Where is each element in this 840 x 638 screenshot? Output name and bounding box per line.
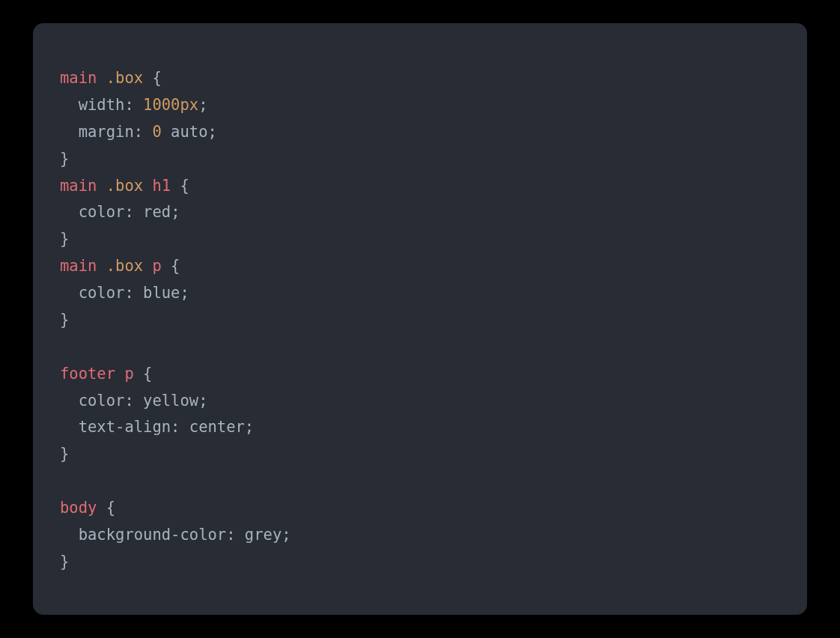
code-token: main — [60, 257, 97, 275]
code-token: ; — [198, 392, 207, 410]
code-line: text-align: center; — [60, 418, 254, 436]
code-line: color: yellow; — [60, 392, 208, 410]
code-line: } — [60, 230, 69, 248]
code-token — [60, 392, 79, 410]
code-token: p — [152, 257, 161, 275]
code-token: 0 — [152, 123, 161, 141]
code-token: { — [143, 69, 162, 87]
code-line: } — [60, 445, 69, 463]
code-token — [60, 284, 79, 302]
code-line: main .box p { — [60, 257, 180, 275]
code-token: : — [124, 96, 143, 114]
code-token: } — [60, 553, 69, 571]
code-token: } — [60, 445, 69, 463]
code-line: } — [60, 553, 69, 571]
code-token: : — [124, 392, 143, 410]
code-line: color: red; — [60, 203, 180, 221]
code-line: width: 1000px; — [60, 96, 208, 114]
code-token: auto; — [162, 123, 217, 141]
code-token: : — [124, 203, 143, 221]
code-token: .box — [106, 69, 143, 87]
code-token: color — [79, 392, 125, 410]
code-token — [97, 69, 106, 87]
code-token: text-align — [79, 418, 171, 436]
code-token: : center; — [171, 418, 254, 436]
code-token: red — [143, 203, 171, 221]
code-token: h1 — [152, 177, 171, 195]
code-token — [143, 177, 152, 195]
code-token: p — [124, 365, 133, 383]
code-token: margin — [79, 123, 134, 141]
code-line: main .box { — [60, 69, 162, 87]
code-token: color — [79, 203, 125, 221]
code-token — [60, 418, 79, 436]
code-token: : — [226, 526, 245, 544]
code-token: .box — [106, 257, 143, 275]
code-line: } — [60, 150, 69, 168]
code-token — [60, 123, 79, 141]
code-token — [143, 257, 152, 275]
code-panel: main .box { width: 1000px; margin: 0 aut… — [33, 23, 807, 615]
code-token: yellow — [143, 392, 198, 410]
code-token: ; — [171, 203, 180, 221]
code-line: } — [60, 311, 69, 329]
code-token: body — [60, 499, 97, 517]
code-token: 1000px — [143, 96, 198, 114]
code-block: main .box { width: 1000px; margin: 0 aut… — [60, 65, 780, 576]
code-token — [60, 526, 79, 544]
code-token — [97, 257, 106, 275]
code-token: { — [162, 257, 180, 275]
code-token: color — [79, 284, 125, 302]
code-line: background-color: grey; — [60, 526, 291, 544]
code-token: ; — [281, 526, 290, 544]
code-token — [115, 365, 124, 383]
code-token: main — [60, 177, 97, 195]
code-token: ; — [180, 284, 189, 302]
code-token: blue — [143, 284, 180, 302]
code-token: ; — [198, 96, 207, 114]
code-token: : — [134, 123, 153, 141]
code-token: } — [60, 150, 69, 168]
code-token — [97, 177, 106, 195]
code-token: footer — [60, 365, 115, 383]
code-line: color: blue; — [60, 284, 189, 302]
code-token: : — [124, 284, 143, 302]
code-token: background-color — [79, 526, 226, 544]
code-token: grey — [245, 526, 281, 544]
code-line: main .box h1 { — [60, 177, 189, 195]
code-token: width — [79, 96, 125, 114]
code-token — [60, 96, 79, 114]
code-token: { — [97, 499, 115, 517]
code-token — [60, 203, 79, 221]
code-token: } — [60, 230, 69, 248]
code-token: { — [171, 177, 189, 195]
code-token: main — [60, 69, 97, 87]
code-line: footer p { — [60, 365, 152, 383]
code-token: } — [60, 311, 69, 329]
code-line: body { — [60, 499, 115, 517]
code-line: margin: 0 auto; — [60, 123, 217, 141]
code-token: { — [134, 365, 153, 383]
code-token: .box — [106, 177, 143, 195]
